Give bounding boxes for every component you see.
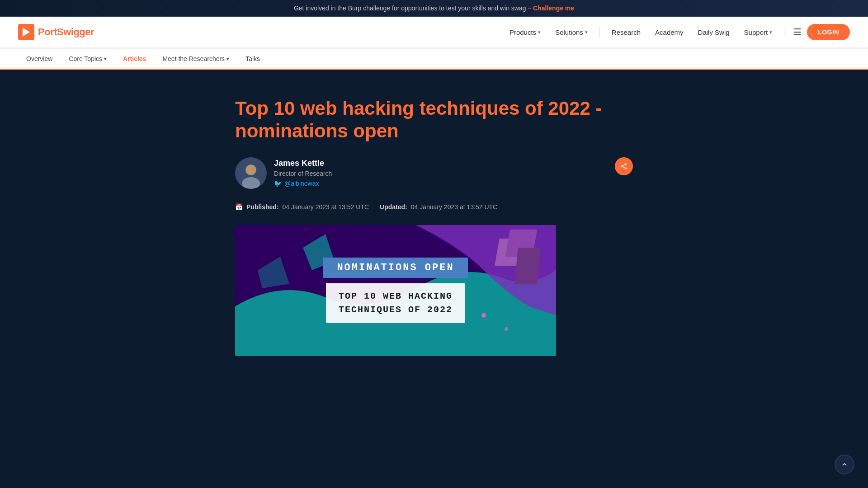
- subnav-core-topics[interactable]: Core Topics ▾: [61, 49, 115, 69]
- nav-support[interactable]: Support ▾: [738, 25, 779, 40]
- nav-research[interactable]: Research: [605, 25, 647, 40]
- nav-divider: [599, 27, 600, 38]
- published-date-value: 04 January 2023 at 13:52 UTC: [283, 203, 369, 211]
- avatar: [235, 157, 267, 189]
- svg-point-9: [625, 167, 627, 169]
- banner-text: Get involved in the Burp challenge for o…: [294, 5, 526, 12]
- published-date: 📅 Published: 04 January 2023 at 13:52 UT…: [235, 203, 369, 211]
- share-button[interactable]: [615, 157, 633, 175]
- twitter-icon: 🐦: [274, 180, 282, 187]
- author-section: James Kettle Director of Research 🐦 @alb…: [235, 157, 633, 189]
- chevron-down-icon: ▾: [585, 29, 588, 35]
- nav-daily-swig[interactable]: Daily Swig: [692, 25, 736, 40]
- calendar-icon: 📅: [235, 203, 243, 211]
- date-info: 📅 Published: 04 January 2023 at 13:52 UT…: [235, 203, 633, 211]
- article-title: Top 10 web hacking techniques of 2022 - …: [235, 97, 633, 143]
- author-avatar-image: [235, 157, 267, 189]
- share-icon: [620, 163, 627, 170]
- author-info: James Kettle Director of Research 🐦 @alb…: [235, 157, 332, 189]
- author-role: Director of Research: [274, 170, 332, 177]
- nav-divider-2: [784, 27, 784, 38]
- updated-label: Updated:: [380, 203, 407, 211]
- nominations-banner: NOMINATIONS OPEN: [323, 258, 467, 278]
- svg-line-10: [623, 167, 625, 168]
- main-nav: Products ▾ Solutions ▾ Research Academy …: [503, 23, 850, 41]
- image-overlay: NOMINATIONS OPEN TOP 10 WEB HACKING TECH…: [235, 225, 556, 356]
- chevron-down-icon: ▾: [769, 29, 772, 35]
- chevron-down-icon: ▾: [226, 56, 229, 62]
- author-twitter-link[interactable]: 🐦 @albinowax: [274, 180, 332, 187]
- subnav-overview[interactable]: Overview: [18, 49, 61, 69]
- svg-point-7: [625, 163, 627, 165]
- author-twitter-handle: @albinowax: [284, 180, 319, 187]
- login-button[interactable]: LOGIN: [807, 24, 850, 40]
- hamburger-menu-button[interactable]: ☰: [790, 23, 805, 41]
- chevron-down-icon: ▾: [538, 29, 541, 35]
- svg-line-11: [623, 164, 625, 166]
- announcement-banner: Get involved in the Burp challenge for o…: [0, 0, 868, 17]
- chevron-down-icon: ▾: [104, 56, 107, 62]
- nav-academy[interactable]: Academy: [649, 25, 690, 40]
- author-details: James Kettle Director of Research 🐦 @alb…: [274, 159, 332, 187]
- sub-navigation: Overview Core Topics ▾ Articles Meet the…: [0, 49, 868, 70]
- main-content: Top 10 web hacking techniques of 2022 - …: [217, 70, 651, 374]
- nav-solutions[interactable]: Solutions ▾: [549, 25, 594, 40]
- subnav-talks[interactable]: Talks: [237, 49, 268, 69]
- scroll-to-top-button[interactable]: [835, 455, 854, 474]
- logo-name: PortSwigger: [38, 26, 94, 38]
- article-image-title: TOP 10 WEB HACKING TECHNIQUES OF 2022: [326, 283, 465, 323]
- subnav-meet-researchers[interactable]: Meet the Researchers ▾: [154, 49, 237, 69]
- chevron-up-icon: [841, 461, 848, 468]
- updated-date: Updated: 04 January 2023 at 13:52 UTC: [380, 203, 497, 211]
- svg-point-8: [621, 165, 623, 167]
- subnav-articles[interactable]: Articles: [115, 49, 154, 69]
- svg-point-5: [246, 165, 256, 175]
- logo-text: PortSwigger: [38, 26, 94, 38]
- published-label: Published:: [246, 203, 279, 211]
- nav-products[interactable]: Products ▾: [503, 25, 547, 40]
- article-featured-image: NOMINATIONS OPEN TOP 10 WEB HACKING TECH…: [235, 225, 556, 356]
- banner-separator: –: [528, 5, 531, 12]
- main-header: PortSwigger Products ▾ Solutions ▾ Resea…: [0, 17, 868, 49]
- updated-date-value: 04 January 2023 at 13:52 UTC: [411, 203, 497, 211]
- logo[interactable]: PortSwigger: [18, 24, 94, 40]
- banner-cta[interactable]: Challenge me: [533, 5, 574, 12]
- logo-icon: [18, 24, 34, 40]
- author-name: James Kettle: [274, 159, 332, 168]
